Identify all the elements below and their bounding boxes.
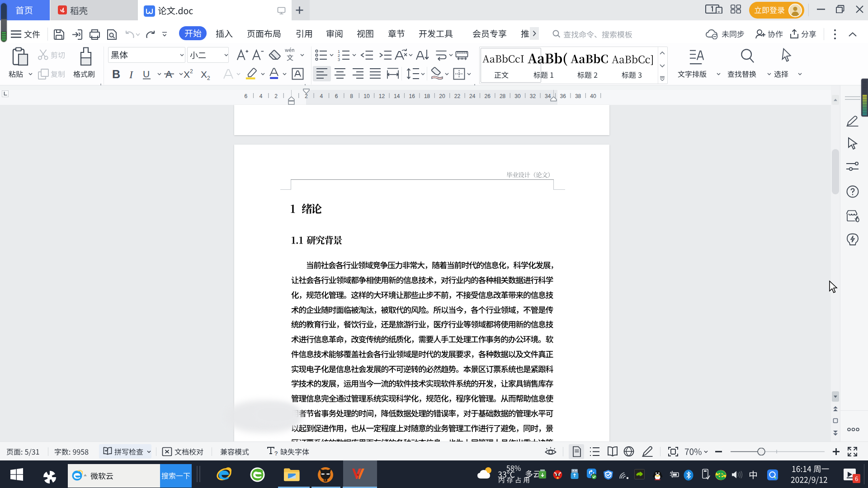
svg-text:K: K — [325, 479, 327, 482]
svg-text:38: 38 — [575, 93, 581, 99]
svg-text:4: 4 — [259, 93, 263, 99]
svg-text:36: 36 — [560, 93, 566, 99]
svg-text:40: 40 — [590, 93, 596, 99]
svg-text:18: 18 — [424, 93, 430, 99]
svg-text:14: 14 — [394, 93, 400, 99]
svg-text:4: 4 — [320, 93, 323, 99]
svg-text:20: 20 — [439, 93, 445, 99]
svg-text:30: 30 — [514, 93, 521, 99]
svg-text:10: 10 — [363, 93, 370, 99]
svg-text:32: 32 — [530, 93, 536, 99]
svg-text:2: 2 — [274, 93, 278, 99]
svg-text:8: 8 — [350, 93, 353, 99]
svg-text:6: 6 — [244, 93, 247, 99]
svg-text:28: 28 — [500, 93, 506, 99]
svg-text:22: 22 — [454, 93, 461, 99]
svg-text:24: 24 — [469, 93, 476, 99]
svg-text:?: ? — [274, 450, 278, 457]
svg-text:26: 26 — [485, 93, 491, 99]
svg-text:6: 6 — [335, 93, 338, 99]
svg-text:16: 16 — [409, 93, 415, 99]
svg-text:12: 12 — [379, 93, 385, 99]
